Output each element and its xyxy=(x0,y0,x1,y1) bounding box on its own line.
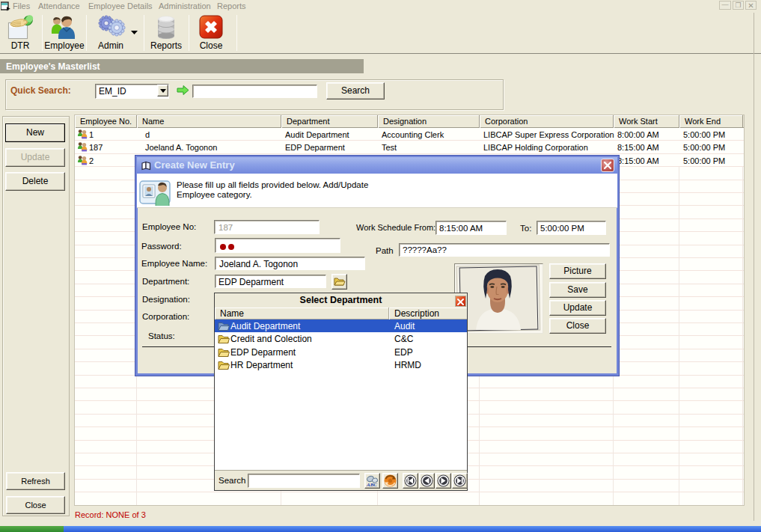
svg-text:ABC: ABC xyxy=(366,482,377,488)
